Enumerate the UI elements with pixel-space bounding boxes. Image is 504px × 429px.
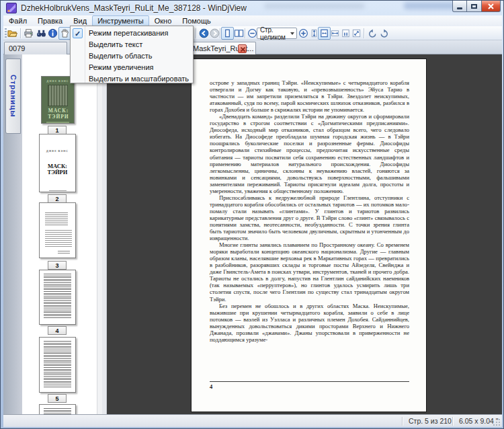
back-arrow-icon bbox=[199, 28, 209, 38]
stretch-icon bbox=[351, 28, 362, 38]
text-lines bbox=[44, 408, 71, 414]
footer-rule bbox=[210, 381, 409, 382]
menu-item-magnify-mode[interactable]: Режим увеличения bbox=[71, 62, 192, 73]
status-bar: Стр. 5 из 210 6.05 x 9.04 " bbox=[3, 414, 502, 427]
info-icon bbox=[48, 28, 58, 38]
fit-page-icon bbox=[319, 28, 329, 38]
window-title: DzhekHolbrukVens_MaskTeyri_RuLit_Me_3871… bbox=[21, 3, 247, 13]
maximize-icon bbox=[471, 4, 477, 9]
paragraph: Многие глинты занялись плаванием по Прос… bbox=[210, 241, 409, 302]
info-button[interactable] bbox=[46, 27, 59, 40]
copyright-text-block bbox=[45, 212, 68, 226]
minimize-button[interactable] bbox=[452, 1, 467, 12]
statusbar-separator bbox=[402, 417, 403, 426]
thumbnail-page-6[interactable] bbox=[39, 404, 76, 414]
zoom-level-select[interactable]: Стр. целиком bbox=[257, 28, 297, 39]
fit-width-icon bbox=[330, 28, 340, 38]
resize-grip[interactable] bbox=[493, 418, 501, 426]
print-button[interactable] bbox=[22, 27, 35, 40]
cover-author: ДЖЕК ВЭНС bbox=[42, 79, 74, 83]
thumbnails-panel: ДЖЕК ВЭНС МАСК: ТЭЙРИ 1 ДЖЕК ВЭНС МАСК: … bbox=[22, 54, 97, 414]
copyright-text-block bbox=[45, 230, 72, 247]
tab-close-button[interactable] bbox=[238, 44, 247, 53]
zoom-out-icon bbox=[247, 28, 257, 38]
zoom-in-icon bbox=[298, 28, 308, 38]
close-icon bbox=[487, 3, 495, 10]
menu-bar: Файл Правка Вид Инструменты Окно Помощь bbox=[3, 15, 502, 26]
menu-help[interactable]: Помощь bbox=[177, 15, 216, 26]
rotate-right-button[interactable] bbox=[378, 27, 390, 40]
stretch-button[interactable] bbox=[350, 27, 363, 40]
thumbnail-label-4[interactable]: 4 bbox=[48, 326, 67, 335]
menu-item-drag-mode[interactable]: ✓ Режим перетаскивания bbox=[71, 28, 192, 39]
thumbnail-label-5[interactable]: 5 bbox=[48, 394, 67, 403]
background-glass-blur bbox=[264, 3, 365, 9]
open-folder-icon bbox=[7, 28, 17, 38]
paragraph: «Двенадцать команд» разделили Тэйри на д… bbox=[210, 113, 409, 194]
thumbnail-label-3[interactable]: 3 bbox=[48, 261, 67, 270]
close-button[interactable] bbox=[482, 1, 501, 12]
actual-size-icon bbox=[341, 28, 351, 38]
binoculars-search-icon bbox=[36, 28, 46, 38]
windjview-window: DzhekHolbrukVens_MaskTeyri_RuLit_Me_3871… bbox=[0, 0, 504, 429]
menu-item-select-text[interactable]: Выделить текст bbox=[71, 39, 192, 50]
windjview-app-icon bbox=[6, 3, 17, 13]
tools-menu-popup: ✓ Режим перетаскивания Выделить текст Вы… bbox=[70, 26, 194, 83]
thumbnail-page-3[interactable] bbox=[39, 202, 76, 258]
sidebar-tab-label: Страницы bbox=[9, 75, 17, 118]
facing-pages-icon bbox=[234, 28, 244, 38]
title-bar[interactable]: DzhekHolbrukVens_MaskTeyri_RuLit_Me_3871… bbox=[1, 1, 504, 15]
menu-view[interactable]: Вид bbox=[68, 15, 92, 26]
status-page-info: Стр. 5 из 210 bbox=[409, 417, 452, 425]
titlepage-footer-lines bbox=[49, 190, 67, 192]
paragraph: Приспосабливаясь к недружелюбной природе… bbox=[210, 194, 409, 241]
page-text: острове у западных границ Тэйри. «Неиску… bbox=[210, 79, 409, 343]
document-page[interactable]: острове у западных границ Тэйри. «Неиску… bbox=[191, 58, 427, 412]
hand-pan-icon bbox=[60, 28, 70, 38]
cover-footer-lines bbox=[46, 122, 69, 124]
rotate-left-icon bbox=[368, 28, 378, 38]
text-lines bbox=[44, 341, 71, 387]
copyright-text-block bbox=[58, 251, 70, 254]
cover-title: МАСК: ТЭЙРИ bbox=[46, 108, 71, 120]
titlepage-title: МАСК: ТЭЙРИ bbox=[40, 163, 75, 176]
close-icon bbox=[240, 46, 246, 52]
menu-item-select-area[interactable]: Выделить область bbox=[71, 50, 192, 62]
sidebar-tab-pages[interactable]: Страницы bbox=[5, 58, 21, 134]
forward-arrow-icon bbox=[210, 28, 220, 38]
main-body: Страницы ДЖЕК ВЭНС МАСК: ТЭЙРИ 1 ДЖЕК ВЭ… bbox=[3, 54, 502, 414]
paragraph: острове у западных границ Тэйри. «Неиску… bbox=[210, 79, 409, 113]
sidebar-tab-strip: Страницы bbox=[3, 54, 22, 414]
toolbar-separator bbox=[364, 28, 365, 38]
menu-item-select-and-zoom[interactable]: Выделить и масштабировать bbox=[71, 73, 192, 85]
thumbnails-scrollbar[interactable] bbox=[97, 54, 102, 414]
tab-label: 0079 bbox=[9, 44, 25, 52]
minimize-icon bbox=[457, 7, 462, 9]
page-footer-number: 4 bbox=[210, 383, 212, 390]
print-icon bbox=[24, 28, 34, 38]
single-page-icon bbox=[222, 28, 233, 38]
toolbar-separator bbox=[20, 28, 22, 38]
panel-splitter[interactable] bbox=[102, 54, 107, 414]
open-button[interactable] bbox=[6, 27, 19, 40]
facing-pages-layout-button[interactable] bbox=[233, 27, 245, 40]
thumbnail-page-2[interactable]: ДЖЕК ВЭНС МАСК: ТЭЙРИ bbox=[39, 134, 76, 192]
paragraph: Без перемен не обошлось и в других облас… bbox=[210, 303, 409, 343]
menu-window[interactable]: Окно bbox=[149, 15, 177, 26]
menu-edit[interactable]: Правка bbox=[32, 15, 68, 26]
thumbnail-page-5[interactable] bbox=[39, 337, 76, 393]
document-view[interactable]: острове у западных границ Тэйри. «Неиску… bbox=[107, 54, 502, 414]
maximize-button[interactable] bbox=[467, 1, 482, 12]
menu-tools[interactable]: Инструменты bbox=[92, 15, 149, 26]
statusbar-separator bbox=[452, 417, 454, 426]
checkmark-icon: ✓ bbox=[73, 28, 83, 38]
toolbar-separator bbox=[196, 28, 197, 38]
rotate-right-icon bbox=[379, 28, 389, 38]
cover-photo bbox=[48, 85, 68, 106]
chevron-down-icon bbox=[290, 32, 294, 35]
titlepage-author: ДЖЕК ВЭНС bbox=[40, 149, 75, 153]
thumbnail-page-4[interactable] bbox=[39, 270, 76, 325]
menu-file[interactable]: Файл bbox=[3, 15, 32, 26]
document-tab-0079[interactable]: 0079 bbox=[4, 42, 67, 54]
text-lines bbox=[44, 274, 71, 319]
